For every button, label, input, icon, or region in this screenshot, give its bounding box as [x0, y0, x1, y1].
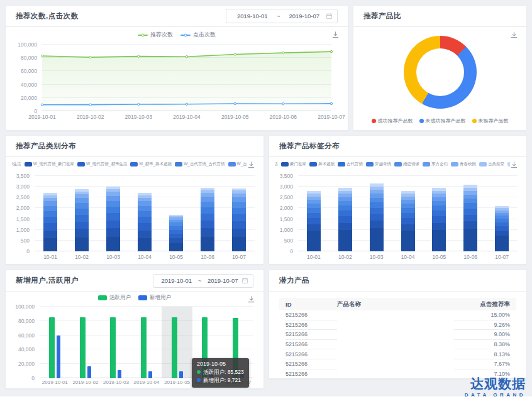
download-icon[interactable]: [510, 161, 518, 169]
download-icon[interactable]: [247, 295, 255, 303]
legend-item[interactable]: 东方玄幻: [423, 161, 448, 167]
bar-segment: [43, 217, 57, 223]
grouped-bar[interactable]: [87, 366, 91, 378]
date-separator: ~: [274, 13, 283, 19]
legend-item[interactable]: 古典架空: [479, 161, 504, 167]
table-row[interactable]: 52152669.00%: [279, 330, 516, 340]
legend-item[interactable]: 成功推荐产品数: [372, 117, 413, 124]
table-row[interactable]: 52152667.67%: [279, 359, 516, 369]
legend-item[interactable]: W_古代言情: [228, 161, 248, 167]
y-axis-label: 20,000: [7, 361, 35, 367]
download-icon[interactable]: [247, 161, 255, 169]
stacked-bar[interactable]: [201, 188, 214, 251]
grouped-bar[interactable]: [49, 317, 55, 378]
stacked-bar[interactable]: [106, 187, 120, 251]
stacked-bar[interactable]: [307, 191, 321, 251]
bar-segment: [495, 231, 509, 236]
legend-item[interactable]: W_古代言情_古代言情: [175, 161, 224, 167]
bar-segment: [401, 218, 415, 224]
legend-label: 异术超能: [318, 161, 335, 167]
grouped-bar[interactable]: [172, 317, 177, 378]
card-trend-title: 推荐次数,点击次数: [16, 11, 79, 21]
bar-segment: [370, 202, 384, 208]
legend-item[interactable]: 婚恋情缘: [394, 161, 419, 167]
stacked-bar[interactable]: [432, 188, 446, 251]
legend-item[interactable]: 活跃用户: [98, 294, 131, 302]
legend-item[interactable]: M_都市_都市生活: [12, 161, 21, 167]
bar-segment: [401, 231, 415, 251]
grouped-bar[interactable]: [57, 336, 60, 379]
bar-segment: [43, 238, 57, 251]
row-top: 推荐次数,点击次数 2019-10-01 ~ 2019-10-07 推荐次数点击…: [5, 5, 527, 131]
donut-chart[interactable]: [404, 36, 477, 109]
legend-item[interactable]: W_现代言情_都市生活: [77, 161, 127, 167]
bar-segment: [370, 228, 384, 251]
stacked-bar[interactable]: [370, 183, 384, 251]
x-axis-label: 2019-10-01: [40, 379, 70, 385]
legend-item[interactable]: 都市生活: [275, 161, 278, 167]
legend-label: W_古代言情: [237, 161, 248, 167]
stacked-bar[interactable]: [463, 185, 477, 251]
x-axis-label: 10-06: [455, 254, 486, 260]
legend-label: 未成功推荐产品数: [426, 117, 466, 124]
bar-slot: [129, 176, 160, 251]
table-row[interactable]: 52152669.26%: [279, 320, 516, 330]
bar-segment: [432, 216, 446, 222]
table-row[interactable]: 521526615.00%: [279, 310, 516, 320]
cell-product-name: [337, 369, 454, 379]
legend-item[interactable]: 青春校园: [451, 161, 476, 167]
date-range-picker[interactable]: 2019-10-01 ~ 2019-10-07: [226, 9, 338, 23]
download-icon[interactable]: [510, 31, 518, 39]
stacked-bar[interactable]: [232, 188, 246, 251]
stacked-bar[interactable]: [75, 189, 89, 251]
legend-item[interactable]: W_现代言情_豪门世家: [25, 161, 74, 167]
legend-item[interactable]: 穿越奇情: [366, 161, 391, 167]
grouped-bar[interactable]: [118, 370, 121, 378]
stacked-bar[interactable]: [495, 206, 509, 251]
x-axis-label: 10-02: [66, 254, 97, 260]
bar-slot: [66, 176, 97, 251]
legend-item[interactable]: 古代言情: [338, 161, 363, 167]
stacked-bar[interactable]: [43, 193, 57, 251]
legend-line-marker-icon: [180, 35, 191, 36]
legend-item[interactable]: 未推荐产品数: [472, 117, 509, 124]
legend-item[interactable]: 异术超能: [309, 161, 335, 167]
date-range-picker[interactable]: 2019-10-01 ~ 2019-10-07: [153, 274, 253, 288]
legend-item[interactable]: 豪门世家: [281, 161, 306, 167]
bar-slot: [97, 176, 129, 251]
bar-segment: [432, 230, 446, 251]
legend-item[interactable]: 未成功推荐产品数: [419, 117, 466, 124]
legend-item[interactable]: M_都市_异术超能: [130, 161, 172, 167]
legend-dot-icon: [372, 119, 376, 123]
donut-chart-wrap: [353, 36, 526, 109]
legend-item[interactable]: 推荐次数: [138, 31, 173, 39]
stacked-bar[interactable]: [138, 193, 152, 251]
stacked-bar[interactable]: [401, 191, 415, 251]
cell-product-id: 5215266: [285, 330, 337, 340]
stacked-bar[interactable]: [169, 215, 183, 251]
grouped-bar[interactable]: [179, 371, 183, 378]
grouped-bar[interactable]: [110, 317, 116, 378]
bar-segment: [463, 199, 477, 203]
cell-product-name: [337, 310, 454, 320]
legend-item[interactable]: 点击次数: [180, 31, 216, 39]
date-separator: ~: [196, 277, 204, 284]
download-icon[interactable]: [331, 31, 340, 39]
bar-segment: [232, 208, 246, 214]
bar-segment: [201, 202, 214, 207]
bar-segment: [338, 230, 352, 251]
table-row[interactable]: 52152668.13%: [279, 349, 516, 359]
legend-item[interactable]: 新增用户: [138, 294, 171, 302]
cell-product-name: [337, 340, 454, 350]
table-row[interactable]: 52152668.38%: [279, 340, 516, 350]
grouped-bar[interactable]: [148, 371, 152, 378]
grouped-bar[interactable]: [80, 317, 86, 378]
x-axis-label: 2019-10-03: [101, 379, 131, 385]
bar-segment: [232, 237, 246, 251]
card-category-distribution: 推荐产品类别分布 M_都市_都市生活W_现代言情_豪门世家W_现代言情_都市生活…: [5, 135, 264, 265]
x-axis-label: 10-05: [160, 254, 192, 260]
grouped-bar[interactable]: [141, 317, 147, 378]
legend-label: 东方玄幻: [431, 161, 448, 167]
stacked-bar[interactable]: [338, 188, 352, 251]
legend-swatch-icon: [130, 162, 138, 167]
